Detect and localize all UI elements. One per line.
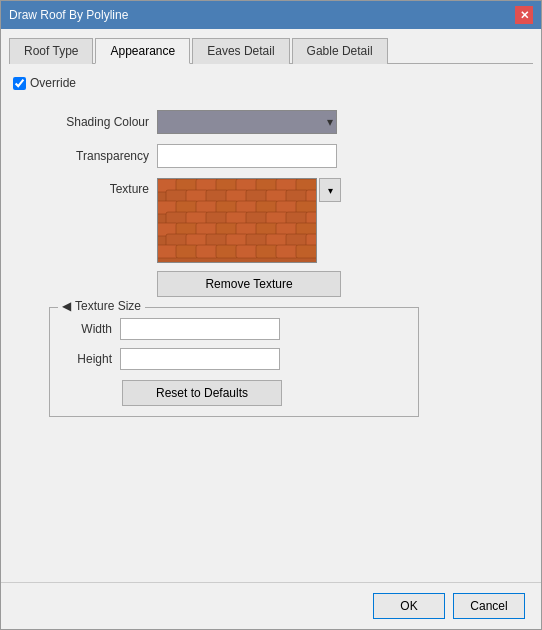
svg-rect-56 [256,245,278,258]
dialog-title: Draw Roof By Polyline [9,8,128,22]
texture-container: ▾ [157,178,341,263]
svg-rect-52 [176,245,198,258]
texture-svg [158,179,316,262]
override-checkbox[interactable] [13,77,26,90]
cancel-button[interactable]: Cancel [453,593,525,619]
tab-eaves-detail[interactable]: Eaves Detail [192,38,289,64]
texture-size-group: ◀ Texture Size Width 1000.00 Height 1000… [49,307,419,417]
legend-arrow-icon: ◀ [62,299,71,313]
dialog-footer: OK Cancel [1,582,541,629]
width-label: Width [62,322,112,336]
ok-button[interactable]: OK [373,593,445,619]
dropdown-arrow-icon: ▾ [328,185,333,196]
svg-rect-57 [276,245,298,258]
svg-rect-55 [236,245,258,258]
form-section: Shading Colour Transparency 25 % Texture [9,110,533,417]
tab-appearance[interactable]: Appearance [95,38,190,64]
close-icon: ✕ [520,9,529,22]
width-row: Width 1000.00 [62,318,406,340]
texture-size-label: Texture Size [75,299,141,313]
transparency-label: Transparency [29,149,149,163]
override-row: Override [9,76,533,90]
remove-texture-button[interactable]: Remove Texture [157,271,341,297]
texture-row: Texture [29,178,513,263]
texture-label: Texture [29,178,149,196]
transparency-input[interactable]: 25 % [157,144,337,168]
dialog-body: Roof Type Appearance Eaves Detail Gable … [1,29,541,582]
shading-colour-row: Shading Colour [29,110,513,134]
title-bar: Draw Roof By Polyline ✕ [1,1,541,29]
texture-dropdown-button[interactable]: ▾ [319,178,341,202]
tab-gable-detail[interactable]: Gable Detail [292,38,388,64]
shading-colour-wrapper [157,110,337,134]
height-label: Height [62,352,112,366]
texture-size-legend: ◀ Texture Size [58,299,145,313]
shading-colour-label: Shading Colour [29,115,149,129]
tab-bar: Roof Type Appearance Eaves Detail Gable … [9,37,533,64]
texture-preview [157,178,317,263]
reset-defaults-button[interactable]: Reset to Defaults [122,380,282,406]
svg-rect-51 [158,245,178,258]
svg-rect-54 [216,245,238,258]
svg-rect-58 [296,245,316,258]
shading-colour-select[interactable] [157,110,337,134]
close-button[interactable]: ✕ [515,6,533,24]
override-label: Override [30,76,76,90]
width-input[interactable]: 1000.00 [120,318,280,340]
transparency-row: Transparency 25 % [29,144,513,168]
height-input[interactable]: 1000.00 [120,348,280,370]
content-area: Override Shading Colour Transparency 25 … [9,76,533,574]
tab-roof-type[interactable]: Roof Type [9,38,93,64]
dialog: Draw Roof By Polyline ✕ Roof Type Appear… [0,0,542,630]
svg-rect-53 [196,245,218,258]
height-row: Height 1000.00 [62,348,406,370]
